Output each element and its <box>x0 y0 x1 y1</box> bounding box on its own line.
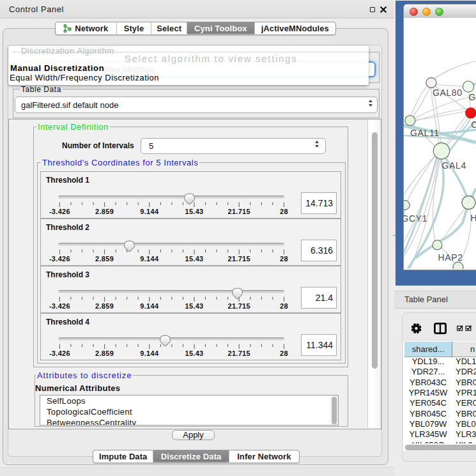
svg-text:GAL4: GAL4 <box>442 160 466 171</box>
svg-text:H: H <box>470 213 476 223</box>
svg-text:GCY1: GCY1 <box>404 213 427 224</box>
svg-text:GAL80: GAL80 <box>433 88 463 98</box>
svg-text:C: C <box>471 119 476 130</box>
svg-text:GAL11: GAL11 <box>410 128 440 138</box>
svg-text:GAL: GAL <box>469 92 476 102</box>
svg-text:HAP2: HAP2 <box>438 252 463 263</box>
